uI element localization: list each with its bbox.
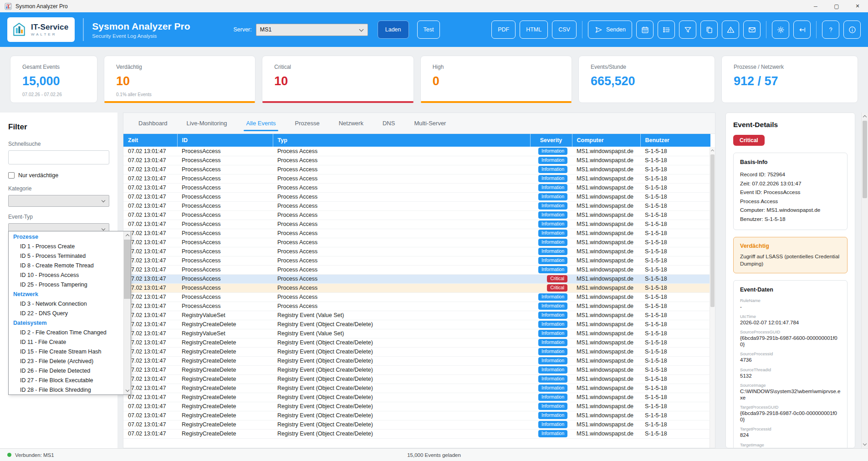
- table-scrollbar[interactable]: [710, 147, 715, 448]
- minimize-button[interactable]: ─: [805, 0, 826, 12]
- table-row[interactable]: 07.02 13:01:47ProcessAccessProcess Acces…: [123, 256, 710, 265]
- table-row[interactable]: 07.02 13:01:47RegistryCreateDeleteRegist…: [123, 356, 710, 365]
- column-header-benutzer[interactable]: Benutzer: [640, 134, 710, 147]
- table-row[interactable]: 07.02 13:01:47ProcessAccessProcess Acces…: [123, 201, 710, 210]
- table-row[interactable]: 07.02 13:01:47RegistryValueSetRegistry E…: [123, 311, 710, 320]
- table-row[interactable]: 07.02 13:01:47ProcessAccessProcess Acces…: [123, 156, 710, 165]
- warning-button[interactable]: [722, 20, 739, 39]
- dropdown-item[interactable]: ID 28 - File Block Shredding: [9, 385, 123, 395]
- server-select[interactable]: MS1: [256, 24, 368, 36]
- table-row[interactable]: 07.02 13:01:47ProcessAccessProcess Acces…: [123, 192, 710, 201]
- cell-computer: MS1.windowspapst.de: [572, 165, 640, 174]
- window-scrollbar[interactable]: [861, 113, 868, 448]
- table-row[interactable]: 07.02 13:01:47RegistryCreateDeleteRegist…: [123, 374, 710, 384]
- table-row[interactable]: 07.02 13:01:47ProcessAccessProcess Acces…: [123, 247, 710, 256]
- table-row[interactable]: 07.02 13:01:47ProcessAccessProcess Acces…: [123, 210, 710, 220]
- field-label: TargetProcessId: [740, 426, 841, 431]
- table-row[interactable]: 07.02 13:01:47ProcessAccessProcess Acces…: [123, 229, 710, 238]
- filter-button[interactable]: [679, 20, 696, 39]
- scroll-down-icon[interactable]: [125, 388, 129, 392]
- column-header-id[interactable]: ID: [177, 134, 273, 147]
- category-select[interactable]: [8, 195, 109, 207]
- table-row[interactable]: 07.02 13:01:47ProcessAccessProcess Acces…: [123, 265, 710, 274]
- maximize-button[interactable]: ▢: [826, 0, 847, 12]
- scrollbar-thumb[interactable]: [710, 154, 715, 307]
- table-row[interactable]: 07.02 13:01:47RegistryCreateDeleteRegist…: [123, 338, 710, 347]
- scroll-down-icon[interactable]: [863, 442, 867, 446]
- table-row[interactable]: 07.02 13:01:47RegistryCreateDeleteRegist…: [123, 429, 710, 438]
- dropdown-item[interactable]: ID 23 - File Delete (Archived): [9, 357, 123, 366]
- export-pdf-button[interactable]: PDF: [491, 20, 516, 39]
- tab-prozesse[interactable]: Prozesse: [286, 113, 329, 133]
- table-row[interactable]: 07.02 13:01:47RegistryCreateDeleteRegist…: [123, 411, 710, 420]
- table-row[interactable]: 07.02 13:01:47ProcessAccessProcess Acces…: [123, 183, 710, 192]
- tab-live-monitoring[interactable]: Live-Monitoring: [177, 113, 237, 133]
- dropdown-item[interactable]: ID 15 - File Create Stream Hash: [9, 347, 123, 357]
- severity-badge: Information: [538, 293, 567, 301]
- table-row[interactable]: 07.02 13:01:47RegistryCreateDeleteRegist…: [123, 384, 710, 393]
- info-button[interactable]: [843, 20, 861, 39]
- close-button[interactable]: ✕: [847, 0, 868, 12]
- mail-button[interactable]: [743, 20, 761, 39]
- column-header-severity[interactable]: Severity: [530, 134, 572, 147]
- table-row[interactable]: 07.02 13:01:47RegistryCreateDeleteRegist…: [123, 402, 710, 411]
- dropdown-item[interactable]: ID 8 - Create Remote Thread: [9, 261, 123, 271]
- table-row[interactable]: 07.02 13:01:47RegistryCreateDeleteRegist…: [123, 420, 710, 429]
- table-row[interactable]: 07.02 13:01:47RegistryCreateDeleteRegist…: [123, 320, 710, 329]
- calendar-button[interactable]: [636, 20, 654, 39]
- column-header-computer[interactable]: Computer: [572, 134, 640, 147]
- dropdown-item[interactable]: ID 3 - Network Connection: [9, 299, 123, 309]
- scroll-up-icon[interactable]: [711, 149, 714, 153]
- dropdown-item[interactable]: ID 1 - Process Create: [9, 242, 123, 251]
- table-row[interactable]: 07.02 13:01:47ProcessAccessProcess Acces…: [123, 302, 710, 311]
- help-button[interactable]: [822, 20, 839, 39]
- load-button[interactable]: Laden: [378, 20, 409, 39]
- dropdown-item[interactable]: ID 26 - File Delete Detected: [9, 366, 123, 376]
- dropdown-item[interactable]: ID 22 - DNS Query: [9, 309, 123, 318]
- return-button[interactable]: [793, 20, 811, 39]
- send-button[interactable]: Senden: [588, 20, 632, 39]
- table-row[interactable]: 07.02 13:01:47RegistryCreateDeleteRegist…: [123, 365, 710, 374]
- scrollbar-thumb[interactable]: [863, 121, 867, 198]
- dropdown-item[interactable]: ID 2 - File Creation Time Changed: [9, 328, 123, 338]
- table-row[interactable]: 07.02 13:01:47ProcessAccessProcess Acces…: [123, 165, 710, 174]
- table-row[interactable]: 07.02 13:01:47ProcessAccessProcess Acces…: [123, 274, 710, 283]
- cell-id: RegistryCreateDelete: [177, 411, 273, 420]
- suspicious-only-checkbox[interactable]: [8, 172, 15, 179]
- table-row[interactable]: 07.02 13:01:47ProcessAccessProcess Acces…: [123, 283, 710, 292]
- dropdown-item[interactable]: ID 10 - Process Access: [9, 271, 123, 280]
- dropdown-item[interactable]: ID 5 - Process Terminated: [9, 251, 123, 261]
- checklist-button[interactable]: [658, 20, 675, 39]
- table-row[interactable]: 07.02 13:01:47RegistryValueSetRegistry E…: [123, 329, 710, 338]
- column-header-zeit[interactable]: Zeit: [123, 134, 177, 147]
- tab-dns[interactable]: DNS: [373, 113, 404, 133]
- dropdown-item[interactable]: ID 27 - File Block Executable: [9, 376, 123, 385]
- column-header-typ[interactable]: Typ: [273, 134, 530, 147]
- table-row[interactable]: 07.02 13:01:47ProcessAccessProcess Acces…: [123, 238, 710, 247]
- gear-button[interactable]: [772, 20, 789, 39]
- dropdown-scrollbar[interactable]: [123, 231, 131, 394]
- tab-dashboard[interactable]: Dashboard: [129, 113, 177, 133]
- scroll-up-icon[interactable]: [863, 115, 867, 119]
- copy-button[interactable]: [700, 20, 718, 39]
- table-row[interactable]: 07.02 13:01:47RegistryCreateDeleteRegist…: [123, 393, 710, 402]
- table-row[interactable]: 07.02 13:01:47ProcessAccessProcess Acces…: [123, 220, 710, 229]
- cell-typ: Registry Event (Object Create/Delete): [273, 429, 530, 438]
- table-row[interactable]: 07.02 13:01:47ProcessAccessProcess Acces…: [123, 292, 710, 302]
- table-row[interactable]: 07.02 13:01:47ProcessAccessProcess Acces…: [123, 147, 710, 156]
- scrollbar-thumb[interactable]: [124, 240, 131, 299]
- dropdown-item[interactable]: ID 11 - File Create: [9, 338, 123, 347]
- dropdown-item[interactable]: ID 25 - Process Tampering: [9, 280, 123, 290]
- send-button-label: Senden: [606, 26, 626, 33]
- tab-alle-events[interactable]: Alle Events: [236, 113, 285, 133]
- export-csv-button[interactable]: CSV: [552, 20, 577, 39]
- table-row[interactable]: 07.02 13:01:47RegistryCreateDeleteRegist…: [123, 347, 710, 356]
- table-row[interactable]: 07.02 13:01:47ProcessAccessProcess Acces…: [123, 174, 710, 183]
- tab-netzwerk[interactable]: Netzwerk: [329, 113, 373, 133]
- quick-search-input[interactable]: [8, 150, 109, 164]
- tab-multi-server[interactable]: Multi-Server: [404, 113, 455, 133]
- suspicious-text: Zugriff auf LSASS (potentielles Credenti…: [740, 253, 841, 267]
- export-html-button[interactable]: HTML: [520, 20, 548, 39]
- test-button[interactable]: Test: [417, 20, 440, 39]
- scroll-up-icon[interactable]: [125, 234, 129, 238]
